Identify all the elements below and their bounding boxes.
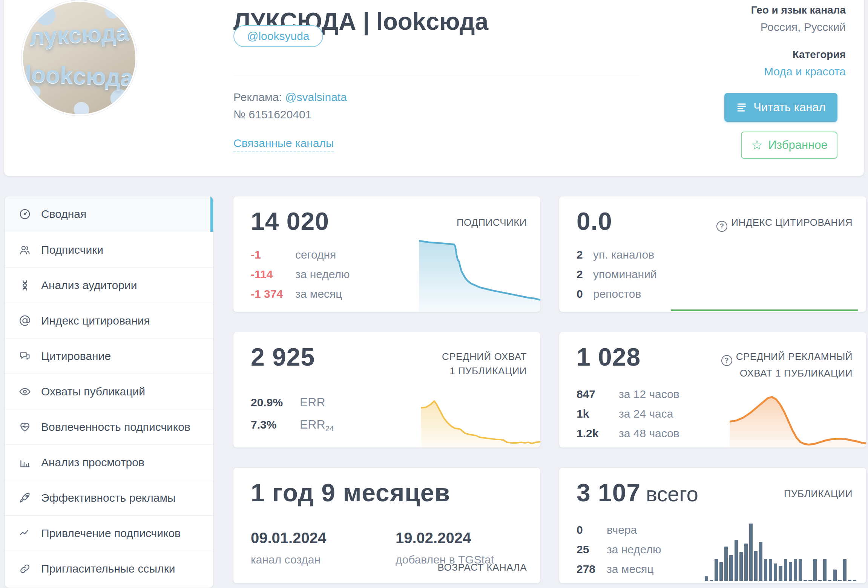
dna-icon xyxy=(18,279,31,292)
sidebar-item-engagement[interactable]: Вовлеченность подписчиков xyxy=(5,409,213,444)
citation-index-card: 0.0 ?ИНДЕКС ЦИТИРОВАНИЯ 2уп. каналов2упо… xyxy=(559,196,866,312)
sidebar-item-ad-effectiveness[interactable]: Эффективность рекламы xyxy=(5,480,213,515)
subscribers-card-title: ПОДПИСЧИКИ xyxy=(457,217,527,228)
added-date-block: 19.02.2024 добавлен в TGStat xyxy=(396,530,494,566)
publications-total: 3 107всего xyxy=(577,478,698,507)
sidebar-item-views-analysis[interactable]: Анализ просмотров xyxy=(5,444,213,480)
avg-reach-chart xyxy=(421,391,540,447)
related-channels-link[interactable]: Связанные каналы xyxy=(233,137,334,152)
publication-bar xyxy=(808,580,812,581)
publication-bar xyxy=(759,542,762,581)
ad-contact-line: Реклама: @svalsinata xyxy=(233,91,347,104)
sidebar-item-invite-links[interactable]: Пригласительные ссылки xyxy=(5,551,213,586)
publication-bar xyxy=(848,580,851,581)
link-icon xyxy=(18,562,31,575)
created-date-block: 09.01.2024 канал создан xyxy=(251,530,326,566)
sidebar-item-label: Индекс цитирования xyxy=(41,314,150,327)
favorite-button[interactable]: ☆ Избранное xyxy=(741,132,837,159)
publications-card-title: ПУБЛИКАЦИИ xyxy=(784,488,853,500)
citation-index-card-title: ?ИНДЕКС ЦИТИРОВАНИЯ xyxy=(716,217,853,232)
sidebar: СводнаяПодписчикиАнализ аудиторииИндекс … xyxy=(5,196,213,588)
sidebar-item-label: Эффективность рекламы xyxy=(41,492,176,504)
avg-reach-card-title: СРЕДНИЙ ОХВАТ 1 ПУБЛИКАЦИИ xyxy=(442,349,527,378)
publication-bar xyxy=(769,559,772,581)
star-icon: ☆ xyxy=(751,138,763,152)
stat-row: -1сегодня xyxy=(251,248,350,261)
created-date-label: канал создан xyxy=(251,553,326,566)
publication-bar xyxy=(764,559,767,581)
publication-bar xyxy=(774,564,777,581)
sidebar-item-audience-analysis[interactable]: Анализ аудитории xyxy=(5,267,213,303)
sidebar-item-subscriber-acquisition[interactable]: Привлечение подписчиков xyxy=(5,515,213,551)
sidebar-item-summary[interactable]: Сводная xyxy=(5,196,213,232)
sidebar-item-label: Анализ аудитории xyxy=(41,279,137,292)
active-indicator xyxy=(210,196,213,232)
created-date: 09.01.2024 xyxy=(251,530,326,547)
bar-chart-icon xyxy=(18,456,31,469)
sidebar-item-label: Привлечение подписчиков xyxy=(41,527,181,540)
publication-bar xyxy=(724,547,728,581)
publication-bar xyxy=(744,544,748,581)
stat-row: 2упоминаний xyxy=(577,268,657,281)
gauge-icon xyxy=(18,208,31,220)
publication-bar xyxy=(833,570,836,581)
at-icon xyxy=(18,314,31,327)
avg-ad-reach-value: 1 028 xyxy=(577,343,641,371)
geo-language-value: Россия, Русский xyxy=(751,21,846,34)
help-icon[interactable]: ? xyxy=(716,221,727,232)
geo-language-label: Гео и язык канала xyxy=(751,4,846,16)
publication-bar xyxy=(729,555,733,581)
publication-bar xyxy=(804,580,807,581)
eye-icon xyxy=(18,385,31,398)
stat-row: 1.2kза 48 часов xyxy=(577,427,679,440)
avg-reach-card: 2 925 СРЕДНИЙ ОХВАТ 1 ПУБЛИКАЦИИ 20.9%ER… xyxy=(233,332,541,448)
avg-ad-reach-stats: 847за 12 часов1kза 24 часа1.2kза 48 часо… xyxy=(577,388,679,447)
sidebar-item-label: Пригласительные ссылки xyxy=(41,562,175,575)
citation-chart xyxy=(671,309,858,311)
feed-icon xyxy=(736,102,747,113)
stat-row: -1 374за месяц xyxy=(251,288,350,300)
added-date: 19.02.2024 xyxy=(396,530,494,547)
publication-bar xyxy=(749,524,753,581)
channel-id: № 6151620401 xyxy=(233,108,311,121)
publication-bar xyxy=(813,559,817,581)
sidebar-item-label: Вовлеченность подписчиков xyxy=(41,421,190,433)
category-label: Категория xyxy=(751,49,846,61)
rocket-icon xyxy=(18,492,31,504)
publication-bar xyxy=(843,559,847,581)
ad-username-link[interactable]: @svalsinata xyxy=(285,91,347,103)
sidebar-item-label: Подписчики xyxy=(41,243,103,256)
tgstat-channel-page: луксюда lookсюда ЛУКСЮДА | lookсюда @loo… xyxy=(0,0,868,588)
publication-bar xyxy=(799,559,802,581)
publication-bar xyxy=(754,551,758,581)
avg-ad-reach-card: 1 028 ?СРЕДНИЙ РЕКЛАМНЫЙ ОХВАТ 1 ПУБЛИКА… xyxy=(559,332,866,448)
sidebar-item-citations[interactable]: Цитирование xyxy=(5,338,213,374)
channel-avatar: луксюда lookсюда xyxy=(21,0,137,116)
quote-icon xyxy=(18,350,31,363)
help-icon[interactable]: ? xyxy=(721,355,732,366)
channel-username-badge[interactable]: @looksyuda xyxy=(233,25,323,47)
stat-row: 25за неделю xyxy=(577,543,661,556)
sidebar-item-subscribers[interactable]: Подписчики xyxy=(5,232,213,267)
ad-label: Реклама: xyxy=(233,91,282,103)
sidebar-item-citation-index[interactable]: Индекс цитирования xyxy=(5,303,213,338)
read-channel-button[interactable]: Читать канал xyxy=(724,93,837,122)
publication-bar xyxy=(735,540,738,581)
channel-meta-block: Гео и язык канала Россия, Русский Катего… xyxy=(751,4,846,78)
header-divider xyxy=(233,75,640,75)
publication-bar xyxy=(715,559,718,581)
avatar-text: lookсюда xyxy=(23,60,136,91)
publication-bar xyxy=(823,559,827,581)
stat-row: 7.3%ERR24 xyxy=(251,418,334,433)
avatar-text: луксюда xyxy=(22,18,136,50)
channel-age-card-title: ВОЗРАСТ КАНАЛА xyxy=(438,562,527,573)
sidebar-item-label: Сводная xyxy=(41,208,86,220)
publication-bar xyxy=(794,559,797,581)
category-link[interactable]: Мода и красота xyxy=(764,65,846,78)
stat-row: 0репостов xyxy=(577,288,657,300)
sidebar-item-label: Цитирование xyxy=(41,350,111,363)
citation-index-value: 0.0 xyxy=(577,207,612,236)
sidebar-item-post-reach[interactable]: Охваты публикаций xyxy=(5,374,213,409)
stat-row: 847за 12 часов xyxy=(577,388,679,401)
publication-bar xyxy=(853,580,856,581)
